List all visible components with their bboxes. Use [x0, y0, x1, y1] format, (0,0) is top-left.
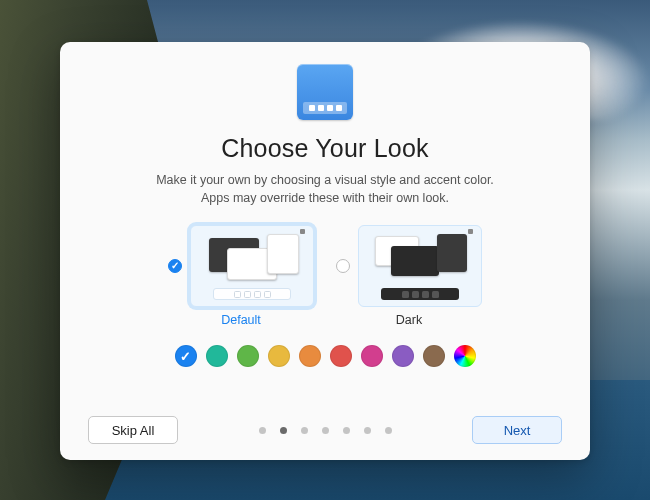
accent-color-row [175, 345, 476, 367]
skip-all-button[interactable]: Skip All [88, 416, 178, 444]
accent-swatch-green[interactable] [237, 345, 259, 367]
accent-swatch-red[interactable] [330, 345, 352, 367]
theme-thumbnail-default [190, 225, 314, 307]
theme-label-default: Default [221, 313, 261, 327]
setup-assistant-panel: Choose Your Look Make it your own by cho… [60, 42, 590, 460]
theme-option-default[interactable]: Default [168, 225, 314, 327]
accent-swatch-magenta[interactable] [361, 345, 383, 367]
accent-swatch-purple[interactable] [392, 345, 414, 367]
pager-dot [364, 427, 371, 434]
accent-swatch-brown[interactable] [423, 345, 445, 367]
theme-radio-dark[interactable] [336, 259, 350, 273]
pager-dot [322, 427, 329, 434]
footer: Skip All Next [88, 402, 562, 444]
accent-swatch-orange[interactable] [299, 345, 321, 367]
accent-swatch-teal[interactable] [206, 345, 228, 367]
pager-dot [259, 427, 266, 434]
pager-dot [385, 427, 392, 434]
theme-label-dark: Dark [396, 313, 422, 327]
theme-thumbnail-dark [358, 225, 482, 307]
appearance-icon [297, 64, 353, 120]
pager-dot [301, 427, 308, 434]
page-subtitle: Make it your own by choosing a visual st… [156, 171, 494, 207]
accent-swatch-yellow[interactable] [268, 345, 290, 367]
pager-dot [280, 427, 287, 434]
desktop-wallpaper: Choose Your Look Make it your own by cho… [0, 0, 650, 500]
theme-options: Default Dark [168, 225, 482, 327]
theme-radio-default[interactable] [168, 259, 182, 273]
accent-swatch-rainbow[interactable] [454, 345, 476, 367]
pager-dot [343, 427, 350, 434]
page-title: Choose Your Look [221, 134, 429, 163]
page-indicator [259, 427, 392, 434]
theme-option-dark[interactable]: Dark [336, 225, 482, 327]
accent-swatch-blue[interactable] [175, 345, 197, 367]
next-button[interactable]: Next [472, 416, 562, 444]
